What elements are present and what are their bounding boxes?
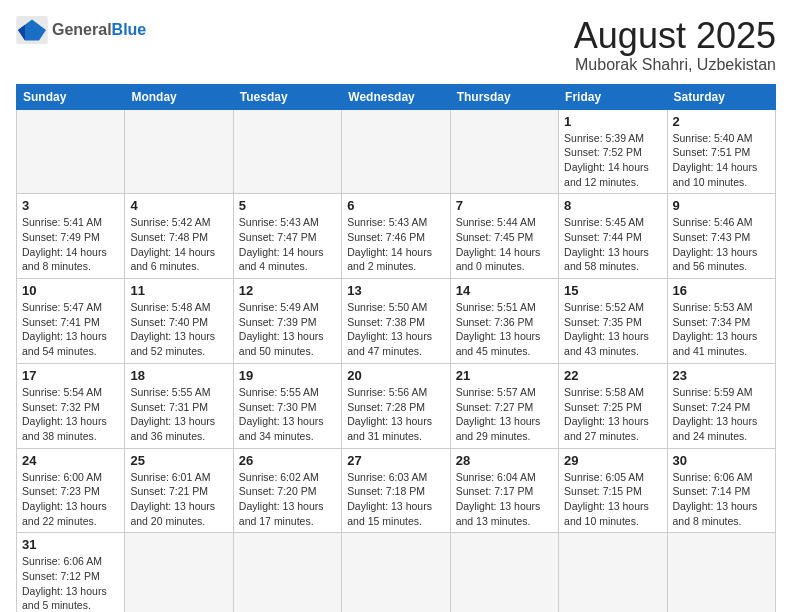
day-cell: 24Sunrise: 6:00 AMSunset: 7:23 PMDayligh… <box>17 448 125 533</box>
day-number: 17 <box>22 368 119 383</box>
calendar-header: Sunday Monday Tuesday Wednesday Thursday… <box>17 84 776 109</box>
day-number: 26 <box>239 453 336 468</box>
day-cell <box>125 109 233 194</box>
day-info: Sunrise: 5:48 AMSunset: 7:40 PMDaylight:… <box>130 300 227 359</box>
day-number: 31 <box>22 537 119 552</box>
logo: GeneralBlue <box>16 16 146 44</box>
day-info: Sunrise: 5:54 AMSunset: 7:32 PMDaylight:… <box>22 385 119 444</box>
day-number: 7 <box>456 198 553 213</box>
day-cell <box>450 533 558 612</box>
day-cell: 15Sunrise: 5:52 AMSunset: 7:35 PMDayligh… <box>559 279 667 364</box>
week-row-1: 1Sunrise: 5:39 AMSunset: 7:52 PMDaylight… <box>17 109 776 194</box>
day-info: Sunrise: 5:50 AMSunset: 7:38 PMDaylight:… <box>347 300 444 359</box>
day-info: Sunrise: 5:45 AMSunset: 7:44 PMDaylight:… <box>564 215 661 274</box>
calendar-title: August 2025 <box>574 16 776 56</box>
day-cell: 17Sunrise: 5:54 AMSunset: 7:32 PMDayligh… <box>17 363 125 448</box>
day-cell: 23Sunrise: 5:59 AMSunset: 7:24 PMDayligh… <box>667 363 775 448</box>
day-number: 21 <box>456 368 553 383</box>
day-info: Sunrise: 5:55 AMSunset: 7:31 PMDaylight:… <box>130 385 227 444</box>
day-number: 13 <box>347 283 444 298</box>
day-cell <box>559 533 667 612</box>
day-number: 29 <box>564 453 661 468</box>
day-cell: 30Sunrise: 6:06 AMSunset: 7:14 PMDayligh… <box>667 448 775 533</box>
day-number: 14 <box>456 283 553 298</box>
header-thursday: Thursday <box>450 84 558 109</box>
day-number: 20 <box>347 368 444 383</box>
logo-icon <box>16 16 48 44</box>
day-cell: 19Sunrise: 5:55 AMSunset: 7:30 PMDayligh… <box>233 363 341 448</box>
header-tuesday: Tuesday <box>233 84 341 109</box>
day-number: 16 <box>673 283 770 298</box>
day-cell: 22Sunrise: 5:58 AMSunset: 7:25 PMDayligh… <box>559 363 667 448</box>
day-cell: 20Sunrise: 5:56 AMSunset: 7:28 PMDayligh… <box>342 363 450 448</box>
day-info: Sunrise: 5:56 AMSunset: 7:28 PMDaylight:… <box>347 385 444 444</box>
day-info: Sunrise: 5:51 AMSunset: 7:36 PMDaylight:… <box>456 300 553 359</box>
day-cell: 16Sunrise: 5:53 AMSunset: 7:34 PMDayligh… <box>667 279 775 364</box>
day-cell: 10Sunrise: 5:47 AMSunset: 7:41 PMDayligh… <box>17 279 125 364</box>
day-number: 3 <box>22 198 119 213</box>
day-cell: 8Sunrise: 5:45 AMSunset: 7:44 PMDaylight… <box>559 194 667 279</box>
day-number: 2 <box>673 114 770 129</box>
day-cell <box>233 109 341 194</box>
day-cell: 28Sunrise: 6:04 AMSunset: 7:17 PMDayligh… <box>450 448 558 533</box>
day-info: Sunrise: 5:52 AMSunset: 7:35 PMDaylight:… <box>564 300 661 359</box>
day-number: 28 <box>456 453 553 468</box>
day-number: 12 <box>239 283 336 298</box>
calendar-body: 1Sunrise: 5:39 AMSunset: 7:52 PMDaylight… <box>17 109 776 612</box>
day-cell: 21Sunrise: 5:57 AMSunset: 7:27 PMDayligh… <box>450 363 558 448</box>
day-info: Sunrise: 6:02 AMSunset: 7:20 PMDaylight:… <box>239 470 336 529</box>
day-number: 24 <box>22 453 119 468</box>
day-cell: 27Sunrise: 6:03 AMSunset: 7:18 PMDayligh… <box>342 448 450 533</box>
day-cell <box>342 533 450 612</box>
day-info: Sunrise: 5:49 AMSunset: 7:39 PMDaylight:… <box>239 300 336 359</box>
header-wednesday: Wednesday <box>342 84 450 109</box>
page-header: GeneralBlue August 2025 Muborak Shahri, … <box>16 16 776 74</box>
day-info: Sunrise: 5:44 AMSunset: 7:45 PMDaylight:… <box>456 215 553 274</box>
day-cell: 14Sunrise: 5:51 AMSunset: 7:36 PMDayligh… <box>450 279 558 364</box>
day-info: Sunrise: 6:00 AMSunset: 7:23 PMDaylight:… <box>22 470 119 529</box>
day-info: Sunrise: 5:39 AMSunset: 7:52 PMDaylight:… <box>564 131 661 190</box>
calendar-table: Sunday Monday Tuesday Wednesday Thursday… <box>16 84 776 612</box>
day-cell: 6Sunrise: 5:43 AMSunset: 7:46 PMDaylight… <box>342 194 450 279</box>
day-cell: 29Sunrise: 6:05 AMSunset: 7:15 PMDayligh… <box>559 448 667 533</box>
day-cell: 12Sunrise: 5:49 AMSunset: 7:39 PMDayligh… <box>233 279 341 364</box>
day-cell: 18Sunrise: 5:55 AMSunset: 7:31 PMDayligh… <box>125 363 233 448</box>
week-row-6: 31Sunrise: 6:06 AMSunset: 7:12 PMDayligh… <box>17 533 776 612</box>
title-block: August 2025 Muborak Shahri, Uzbekistan <box>574 16 776 74</box>
day-number: 25 <box>130 453 227 468</box>
header-friday: Friday <box>559 84 667 109</box>
day-cell <box>17 109 125 194</box>
day-number: 18 <box>130 368 227 383</box>
day-number: 30 <box>673 453 770 468</box>
day-info: Sunrise: 5:43 AMSunset: 7:46 PMDaylight:… <box>347 215 444 274</box>
day-info: Sunrise: 5:53 AMSunset: 7:34 PMDaylight:… <box>673 300 770 359</box>
day-number: 4 <box>130 198 227 213</box>
day-number: 9 <box>673 198 770 213</box>
day-number: 23 <box>673 368 770 383</box>
header-sunday: Sunday <box>17 84 125 109</box>
header-monday: Monday <box>125 84 233 109</box>
day-info: Sunrise: 6:01 AMSunset: 7:21 PMDaylight:… <box>130 470 227 529</box>
day-number: 15 <box>564 283 661 298</box>
calendar-subtitle: Muborak Shahri, Uzbekistan <box>574 56 776 74</box>
day-cell: 31Sunrise: 6:06 AMSunset: 7:12 PMDayligh… <box>17 533 125 612</box>
day-info: Sunrise: 6:06 AMSunset: 7:12 PMDaylight:… <box>22 554 119 612</box>
day-cell: 1Sunrise: 5:39 AMSunset: 7:52 PMDaylight… <box>559 109 667 194</box>
day-info: Sunrise: 5:43 AMSunset: 7:47 PMDaylight:… <box>239 215 336 274</box>
day-info: Sunrise: 6:03 AMSunset: 7:18 PMDaylight:… <box>347 470 444 529</box>
day-cell <box>125 533 233 612</box>
day-cell: 13Sunrise: 5:50 AMSunset: 7:38 PMDayligh… <box>342 279 450 364</box>
day-info: Sunrise: 5:42 AMSunset: 7:48 PMDaylight:… <box>130 215 227 274</box>
day-number: 1 <box>564 114 661 129</box>
day-number: 8 <box>564 198 661 213</box>
day-cell <box>450 109 558 194</box>
day-info: Sunrise: 5:46 AMSunset: 7:43 PMDaylight:… <box>673 215 770 274</box>
day-cell <box>667 533 775 612</box>
day-info: Sunrise: 5:55 AMSunset: 7:30 PMDaylight:… <box>239 385 336 444</box>
day-number: 6 <box>347 198 444 213</box>
week-row-5: 24Sunrise: 6:00 AMSunset: 7:23 PMDayligh… <box>17 448 776 533</box>
day-cell <box>342 109 450 194</box>
day-info: Sunrise: 5:58 AMSunset: 7:25 PMDaylight:… <box>564 385 661 444</box>
week-row-4: 17Sunrise: 5:54 AMSunset: 7:32 PMDayligh… <box>17 363 776 448</box>
day-cell: 7Sunrise: 5:44 AMSunset: 7:45 PMDaylight… <box>450 194 558 279</box>
